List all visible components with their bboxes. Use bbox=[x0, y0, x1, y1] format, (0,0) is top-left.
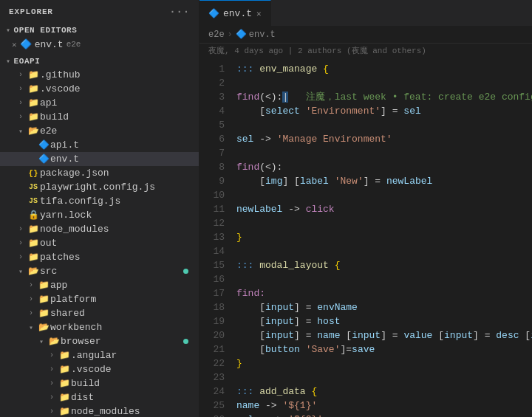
tree-item-workbench[interactable]: ▾ 📂 workbench bbox=[0, 320, 199, 334]
tree-label: workbench bbox=[50, 322, 199, 333]
code-editor[interactable]: ::: env_manage { find(<):| 注魔，last week … bbox=[231, 59, 532, 417]
folder-chevron: › bbox=[15, 225, 27, 233]
folder-chevron: › bbox=[15, 85, 27, 93]
folder-chevron: › bbox=[15, 239, 27, 247]
folder-chevron: ▾ bbox=[15, 267, 27, 276]
folder-icon: 📁 bbox=[27, 238, 40, 249]
tree-label: browser bbox=[61, 336, 199, 347]
tree-item-api[interactable]: › 📁 api bbox=[0, 96, 199, 110]
tree-label: node_modules bbox=[71, 406, 199, 417]
open-editor-env-t[interactable]: ✕ 🔷 env.t e2e bbox=[0, 37, 199, 52]
sidebar-menu-button[interactable]: ··· bbox=[169, 6, 190, 18]
folder-icon: 📁 bbox=[58, 406, 71, 417]
tree-item-tifa[interactable]: JS tifa.config.js bbox=[0, 194, 199, 208]
tree-item-browser[interactable]: ▾ 📂 browser bbox=[0, 334, 199, 348]
tree-item-node-modules[interactable]: › 📁 node_modules bbox=[0, 222, 199, 236]
tab-env-t[interactable]: 🔷 env.t ✕ bbox=[200, 0, 271, 26]
ln-16: 16 bbox=[200, 272, 225, 286]
editor-body: 1 2 3 4 5 6 7 8 9 10 11 12 13 14 15 16 1… bbox=[200, 59, 532, 417]
tree-item-vscode2[interactable]: › 📁 .vscode bbox=[0, 362, 199, 376]
line-numbers: 1 2 3 4 5 6 7 8 9 10 11 12 13 14 15 16 1… bbox=[200, 59, 231, 417]
ln-18: 18 bbox=[200, 300, 225, 314]
tree-label: .vscode bbox=[40, 83, 199, 94]
tree-item-e2e[interactable]: ▾ 📂 e2e bbox=[0, 124, 199, 138]
ln-12: 12 bbox=[200, 216, 225, 230]
close-icon[interactable]: ✕ bbox=[12, 40, 17, 49]
ln-10: 10 bbox=[200, 188, 225, 202]
tree-item-playwright[interactable]: JS playwright.config.js bbox=[0, 180, 199, 194]
ln-3: 3 bbox=[200, 90, 225, 104]
file-icon: 🔒 bbox=[27, 210, 40, 221]
ln-22: 22 bbox=[200, 356, 225, 371]
tree-item-env-t[interactable]: 🔷 env.t bbox=[0, 152, 199, 166]
tab-close-button[interactable]: ✕ bbox=[256, 9, 262, 18]
open-editor-name: env.t bbox=[35, 39, 64, 50]
file-icon: 🔷 bbox=[37, 139, 50, 151]
tree-label: .github bbox=[40, 69, 199, 80]
tree-item-yarn[interactable]: 🔒 yarn.lock bbox=[0, 208, 199, 222]
folder-icon: 📁 bbox=[58, 350, 71, 361]
tree-label: package.json bbox=[40, 168, 199, 179]
tree-item-node-modules2[interactable]: › 📁 node_modules bbox=[0, 404, 199, 417]
tree-item-dist[interactable]: › 📁 dist bbox=[0, 390, 199, 404]
tree-label: dist bbox=[71, 392, 199, 403]
breadcrumb-icon: 🔷 bbox=[236, 29, 247, 40]
tree-item-build2[interactable]: › 📁 build bbox=[0, 376, 199, 390]
tree-item-github[interactable]: › 📁 .github bbox=[0, 68, 199, 82]
folder-icon: 📁 bbox=[58, 392, 71, 403]
eoapi-section[interactable]: ▾ EOAPI bbox=[0, 55, 199, 68]
folder-chevron: › bbox=[46, 393, 58, 402]
folder-icon: 📂 bbox=[37, 322, 50, 333]
tree-item-package-json[interactable]: {} package.json bbox=[0, 166, 199, 180]
tree-item-src[interactable]: ▾ 📂 src bbox=[0, 264, 199, 278]
ln-24: 24 bbox=[200, 385, 225, 399]
file-icon-env: 🔷 bbox=[20, 38, 32, 50]
folder-chevron: › bbox=[15, 71, 27, 79]
tree-label: app bbox=[50, 280, 199, 291]
ln-6: 6 bbox=[200, 132, 225, 146]
tree-label: platform bbox=[50, 294, 199, 305]
folder-icon: 📁 bbox=[27, 83, 40, 94]
sidebar: EXPLORER ··· ▾ OPEN EDITORS ✕ 🔷 env.t e2… bbox=[0, 0, 200, 417]
folder-chevron: › bbox=[46, 407, 58, 416]
tree-label: out bbox=[40, 238, 199, 249]
ln-26: 26 bbox=[200, 413, 225, 417]
tree-label: e2e bbox=[40, 125, 199, 137]
folder-icon: 📁 bbox=[27, 224, 40, 235]
tree-item-angular[interactable]: › 📁 .angular bbox=[0, 348, 199, 362]
tree-item-api-t[interactable]: 🔷 api.t bbox=[0, 138, 199, 152]
folder-chevron: › bbox=[15, 253, 27, 261]
folder-icon: 📁 bbox=[27, 69, 40, 80]
sidebar-content: ▾ OPEN EDITORS ✕ 🔷 env.t e2e ▾ EOAPI › 📁… bbox=[0, 24, 199, 417]
git-info-text: 夜魔, 4 days ago | 2 authors (夜魔 and other… bbox=[208, 46, 426, 55]
tree-label: .angular bbox=[71, 350, 199, 361]
ln-20: 20 bbox=[200, 328, 225, 342]
folder-icon: 📂 bbox=[47, 336, 61, 347]
tree-item-shared[interactable]: › 📁 shared bbox=[0, 306, 199, 320]
folder-icon: 📁 bbox=[37, 308, 50, 319]
folder-chevron: › bbox=[46, 379, 58, 387]
folder-icon: 📂 bbox=[27, 125, 40, 137]
tree-label: patches bbox=[40, 252, 199, 263]
tab-label: env.t bbox=[223, 8, 252, 19]
modified-dot bbox=[183, 269, 188, 274]
ln-25: 25 bbox=[200, 399, 225, 413]
breadcrumb: e2e › 🔷 env.t bbox=[200, 26, 532, 44]
folder-icon: 📁 bbox=[27, 97, 40, 108]
tree-item-vscode[interactable]: › 📁 .vscode bbox=[0, 82, 199, 96]
folder-icon: 📁 bbox=[27, 252, 40, 263]
folder-chevron: › bbox=[25, 295, 37, 303]
tree-item-app[interactable]: › 📁 app bbox=[0, 278, 199, 292]
file-icon: JS bbox=[27, 197, 40, 205]
ln-11: 11 bbox=[200, 202, 225, 216]
tree-item-build[interactable]: › 📁 build bbox=[0, 110, 199, 124]
tree-label: api bbox=[40, 97, 199, 108]
folder-icon: 📁 bbox=[37, 280, 50, 291]
tree-item-platform[interactable]: › 📁 platform bbox=[0, 292, 199, 306]
open-editors-section[interactable]: ▾ OPEN EDITORS bbox=[0, 24, 199, 37]
breadcrumb-file: env.t bbox=[249, 30, 276, 40]
tree-label: node_modules bbox=[40, 224, 199, 235]
open-editors-chevron: ▾ bbox=[6, 26, 11, 35]
tree-item-patches[interactable]: › 📁 patches bbox=[0, 250, 199, 264]
tree-item-out[interactable]: › 📁 out bbox=[0, 236, 199, 250]
